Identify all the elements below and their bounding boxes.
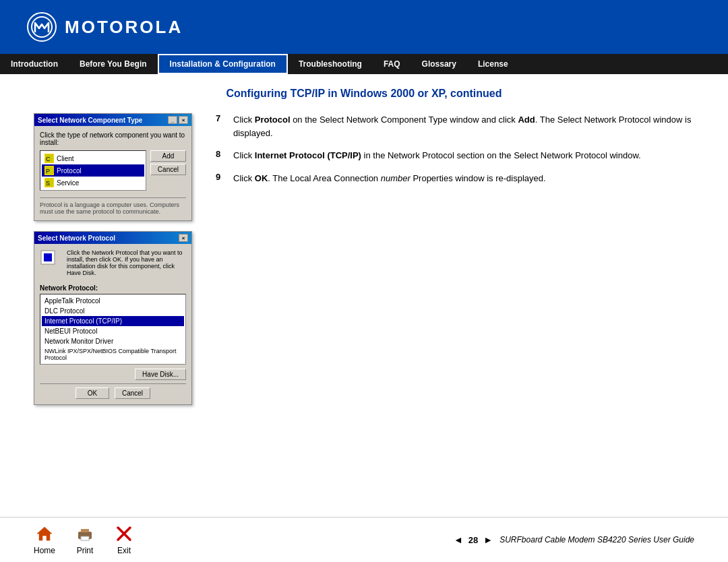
- dialog1-listbox[interactable]: C Client P Protocol: [40, 150, 146, 191]
- nav-item-license[interactable]: License: [467, 54, 519, 74]
- home-icon: [35, 524, 54, 543]
- dialog1-titlebar: Select Network Component Type _ ×: [34, 114, 191, 126]
- step-7: 7 Click Protocol on the Select Network C…: [216, 113, 694, 139]
- instructions-col: 7 Click Protocol on the Select Network C…: [216, 113, 694, 497]
- item-client-label: Client: [57, 155, 74, 162]
- prev-page-arrow[interactable]: ◄: [454, 534, 463, 545]
- dialog2-ok-button[interactable]: OK: [75, 387, 109, 399]
- dialog2-titlebar: Select Network Protocol ×: [34, 232, 191, 244]
- step-8: 8 Click Internet Protocol (TCP/IP) in th…: [216, 149, 694, 162]
- dialog2-item-nwlink[interactable]: NWLink IPX/SPX/NetBIOS Compatible Transp…: [42, 346, 184, 363]
- dialog1-item-client[interactable]: C Client: [42, 152, 144, 164]
- svg-text:P: P: [46, 168, 50, 175]
- nav-item-introduction[interactable]: Introduction: [0, 54, 69, 74]
- exit-icon: [115, 524, 133, 543]
- exit-label: Exit: [117, 546, 131, 555]
- dialog2-close[interactable]: ×: [179, 234, 188, 242]
- dialog2-ok-cancel-row: OK Cancel: [40, 383, 186, 399]
- logo-area: MOTOROLA: [27, 12, 183, 42]
- svg-rect-11: [81, 529, 89, 532]
- motorola-wordmark: MOTOROLA: [65, 17, 183, 38]
- footer-left: Home Print: [34, 524, 133, 555]
- print-icon: [75, 524, 94, 543]
- dialog2-item-appletalk[interactable]: AppleTalk Protocol: [42, 296, 184, 306]
- dialog2-havedisk-row: Have Disk...: [40, 369, 186, 380]
- svg-text:C: C: [46, 156, 51, 162]
- nav-item-glossary[interactable]: Glossary: [411, 54, 467, 74]
- dialog2-titlebar-buttons: ×: [179, 234, 188, 242]
- nav-item-faq[interactable]: FAQ: [373, 54, 411, 74]
- dialog1-add-button[interactable]: Add: [150, 150, 186, 162]
- footer: Home Print: [0, 517, 728, 562]
- item-service-label: Service: [57, 179, 79, 187]
- dialog-network-protocol: Select Network Protocol ×: [34, 231, 192, 405]
- step-9: 9 Click OK. The Local Area Connection nu…: [216, 172, 694, 185]
- dialog1-body: Click the type of network component you …: [34, 126, 191, 220]
- dialog-network-component-type: Select Network Component Type _ × Click …: [34, 113, 192, 221]
- dialog2-listbox[interactable]: AppleTalk Protocol DLC Protocol Internet…: [40, 294, 186, 365]
- page-nav: ◄ 28 ►: [454, 534, 493, 545]
- dialog2-title: Select Network Protocol: [38, 235, 115, 242]
- home-label: Home: [34, 546, 55, 555]
- screenshots-col: Select Network Component Type _ × Click …: [34, 113, 195, 497]
- dialog1-description: Protocol is a language a computer uses. …: [40, 197, 186, 215]
- guide-text: SURFboard Cable Modem SB4220 Series User…: [499, 535, 694, 544]
- footer-right: ◄ 28 ► SURFboard Cable Modem SB4220 Seri…: [454, 534, 694, 545]
- footer-exit[interactable]: Exit: [115, 524, 133, 555]
- dialog2-top-row: Click the Network Protocol that you want…: [40, 249, 186, 280]
- svg-rect-8: [44, 253, 52, 261]
- dialog1-label: Click the type of network component you …: [40, 131, 186, 146]
- dialog2-item-netmon[interactable]: Network Monitor Driver: [42, 336, 184, 346]
- step-7-text: Click Protocol on the Select Network Com…: [233, 113, 694, 139]
- dialog2-item-tcpip[interactable]: Internet Protocol (TCP/IP): [42, 316, 184, 326]
- svg-rect-12: [81, 536, 89, 540]
- dialog1-item-protocol[interactable]: P Protocol: [42, 164, 144, 177]
- step-9-number: 9: [216, 172, 226, 182]
- dialog2-label: Click the Network Protocol that you want…: [67, 249, 186, 276]
- client-icon: C: [44, 154, 54, 163]
- content-body: Select Network Component Type _ × Click …: [34, 113, 694, 497]
- service-icon: S: [44, 178, 54, 187]
- dialog1-minimize[interactable]: _: [168, 116, 177, 124]
- nav-item-installation-config[interactable]: Installation & Configuration: [158, 54, 288, 74]
- dialog1-close[interactable]: ×: [179, 116, 188, 124]
- step-8-number: 8: [216, 149, 226, 159]
- dialog2-protocol-label: Network Protocol:: [40, 284, 186, 292]
- dialog2-info-icon: [40, 249, 59, 268]
- dialog1-action-buttons: Add Cancel: [150, 150, 186, 195]
- step-7-number: 7: [216, 113, 226, 123]
- footer-home[interactable]: Home: [34, 524, 55, 555]
- footer-print[interactable]: Print: [75, 524, 94, 555]
- header-bar: MOTOROLA: [0, 0, 728, 54]
- svg-text:S: S: [46, 180, 50, 187]
- dialog2-body: Click the Network Protocol that you want…: [34, 244, 191, 404]
- step-8-text: Click Internet Protocol (TCP/IP) in the …: [233, 149, 641, 162]
- nav-bar: Introduction Before You Begin Installati…: [0, 54, 728, 74]
- dialog1-title: Select Network Component Type: [38, 117, 142, 124]
- item-protocol-label: Protocol: [57, 167, 82, 175]
- next-page-arrow[interactable]: ►: [483, 534, 493, 545]
- dialog1-row: C Client P Protocol: [40, 150, 186, 195]
- svg-marker-9: [37, 527, 52, 540]
- nav-item-troubleshooting[interactable]: Troubleshooting: [288, 54, 373, 74]
- dialog1-cancel-button[interactable]: Cancel: [150, 164, 186, 175]
- protocol-icon: P: [44, 166, 54, 175]
- step-9-text: Click OK. The Local Area Connection numb…: [233, 172, 546, 185]
- page-wrapper: MOTOROLA Introduction Before You Begin I…: [0, 0, 728, 562]
- dialog2-cancel-button[interactable]: Cancel: [115, 387, 150, 399]
- motorola-logo-circle: [27, 12, 57, 42]
- dialog1-buttons: _ ×: [168, 116, 188, 124]
- dialog2-havedisk-button[interactable]: Have Disk...: [135, 369, 186, 380]
- page-title: Configuring TCP/IP in Windows 2000 or XP…: [34, 88, 694, 100]
- dialog2-item-netbeui[interactable]: NetBEUI Protocol: [42, 326, 184, 336]
- print-label: Print: [77, 546, 94, 555]
- page-number: 28: [468, 535, 478, 545]
- dialog2-item-dlc[interactable]: DLC Protocol: [42, 306, 184, 316]
- dialog1-item-service[interactable]: S Service: [42, 177, 144, 189]
- nav-item-before-you-begin[interactable]: Before You Begin: [69, 54, 158, 74]
- main-content: Configuring TCP/IP in Windows 2000 or XP…: [0, 74, 728, 510]
